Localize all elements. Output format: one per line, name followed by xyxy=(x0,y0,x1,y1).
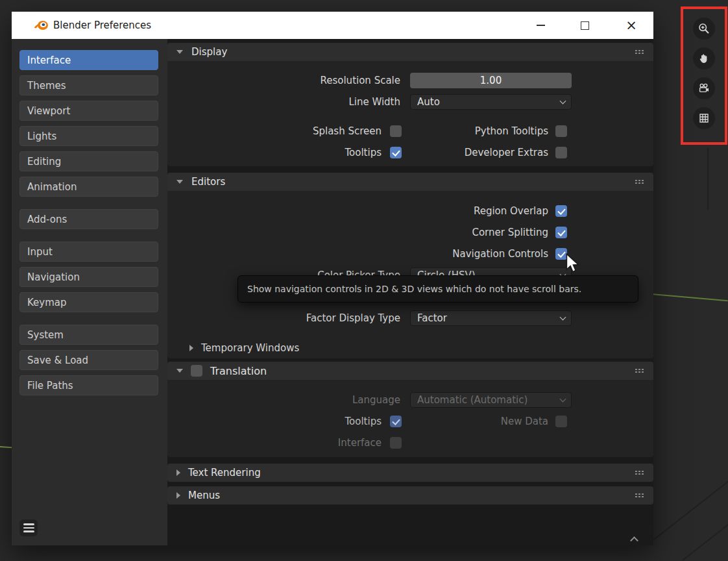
grid-gizmo-button[interactable] xyxy=(693,107,715,129)
translate-tooltips-checkbox[interactable] xyxy=(390,416,402,427)
section-title: Menus xyxy=(188,490,220,501)
sidebar-item-animation[interactable]: Animation xyxy=(19,177,158,197)
sidebar-item-viewport[interactable]: Viewport xyxy=(19,101,158,121)
subpanel-title: Temporary Windows xyxy=(201,342,299,354)
preferences-window: Blender Preferences × Interface Themes V… xyxy=(12,12,653,545)
expand-arrow-icon xyxy=(176,469,180,476)
factor-display-type-label: Factor Display Type xyxy=(167,312,400,324)
chevron-up-icon xyxy=(630,536,638,545)
panel-drag-handle-icon[interactable] xyxy=(635,470,645,475)
translate-interface-label: Interface xyxy=(167,437,382,449)
factor-display-type-dropdown[interactable]: Factor xyxy=(410,310,572,326)
sidebar-item-input[interactable]: Input xyxy=(19,242,158,262)
grid-icon xyxy=(698,112,710,125)
tooltip-text: Show navigation controls in 2D & 3D view… xyxy=(247,284,581,294)
close-icon: × xyxy=(625,19,637,32)
section-title: Display xyxy=(191,46,227,58)
expand-arrow-icon xyxy=(189,345,193,351)
sidebar-item-label: Lights xyxy=(27,131,56,142)
section-title: Translation xyxy=(210,365,267,377)
developer-extras-checkbox[interactable] xyxy=(555,147,567,158)
splash-screen-checkbox[interactable] xyxy=(390,125,402,137)
tooltips-label: Tooltips xyxy=(167,147,382,158)
expand-arrow-icon xyxy=(176,492,180,499)
window-titlebar[interactable]: Blender Preferences × xyxy=(12,12,653,39)
grid-line xyxy=(707,148,709,210)
sidebar-item-save-load[interactable]: Save & Load xyxy=(19,350,158,370)
collapse-arrow-icon xyxy=(176,180,183,184)
minimize-button[interactable] xyxy=(529,12,552,39)
sidebar-item-label: Animation xyxy=(27,181,77,193)
close-button[interactable]: × xyxy=(620,12,643,39)
panel-drag-handle-icon[interactable] xyxy=(635,49,645,55)
navigation-controls-label: Navigation Controls xyxy=(167,248,548,260)
maximize-button[interactable] xyxy=(573,12,596,39)
camera-icon xyxy=(698,82,710,95)
chevron-down-icon xyxy=(560,314,566,320)
resolution-scale-value: 1.00 xyxy=(480,75,502,86)
sidebar-item-lights[interactable]: Lights xyxy=(19,126,158,146)
pan-gizmo-button[interactable] xyxy=(693,47,715,69)
mouse-cursor-icon xyxy=(565,253,581,277)
sidebar-item-keymap[interactable]: Keymap xyxy=(19,292,158,312)
sidebar-item-interface[interactable]: Interface xyxy=(19,50,158,70)
language-dropdown[interactable]: Automatic (Automatic) xyxy=(410,392,572,408)
zoom-gizmo-button[interactable] xyxy=(693,18,715,40)
hand-icon xyxy=(698,52,710,65)
subpanel-temporary-windows[interactable]: Temporary Windows xyxy=(167,340,299,356)
scroll-up-button[interactable] xyxy=(626,534,642,544)
sidebar-item-file-paths[interactable]: File Paths xyxy=(19,375,158,395)
blender-3d-viewport-background: Blender Preferences × Interface Themes V… xyxy=(0,0,728,561)
factor-display-type-value: Factor xyxy=(417,312,447,324)
chevron-down-icon xyxy=(560,395,566,402)
axis-line-green-left xyxy=(0,446,12,448)
corner-splitting-checkbox[interactable] xyxy=(555,227,567,238)
annotation-highlight-box xyxy=(681,6,727,145)
line-width-value: Auto xyxy=(417,96,440,108)
developer-extras-label: Developer Extras xyxy=(402,147,548,158)
tooltip-popup: Show navigation controls in 2D & 3D view… xyxy=(237,275,638,303)
corner-splitting-label: Corner Splitting xyxy=(167,227,548,238)
sidebar-item-themes[interactable]: Themes xyxy=(19,75,158,95)
translate-interface-checkbox[interactable] xyxy=(390,437,402,449)
sidebar-item-editing[interactable]: Editing xyxy=(19,151,158,171)
camera-gizmo-button[interactable] xyxy=(693,77,715,99)
zoom-icon xyxy=(698,22,710,35)
python-tooltips-label: Python Tooltips xyxy=(402,125,548,137)
sidebar-item-navigation[interactable]: Navigation xyxy=(19,267,158,287)
section-header-editors[interactable]: Editors xyxy=(167,173,653,191)
panel-drag-handle-icon[interactable] xyxy=(635,493,645,498)
new-data-checkbox[interactable] xyxy=(555,416,567,427)
sidebar-item-label: Editing xyxy=(27,156,61,168)
section-header-display[interactable]: Display xyxy=(167,43,653,61)
sidebar-item-label: Themes xyxy=(27,80,66,92)
splash-screen-label: Splash Screen xyxy=(167,125,382,137)
resolution-scale-field[interactable]: 1.00 xyxy=(410,73,572,88)
collapse-arrow-icon xyxy=(176,369,183,373)
section-header-text-rendering[interactable]: Text Rendering xyxy=(167,464,653,482)
tooltips-checkbox[interactable] xyxy=(390,147,402,158)
resolution-scale-label: Resolution Scale xyxy=(167,75,400,86)
translation-enable-checkbox[interactable] xyxy=(191,365,202,377)
python-tooltips-checkbox[interactable] xyxy=(555,125,567,137)
sidebar-item-label: Navigation xyxy=(27,271,80,283)
window-title: Blender Preferences xyxy=(53,12,151,39)
panel-drag-handle-icon[interactable] xyxy=(635,368,645,373)
hamburger-menu-icon[interactable] xyxy=(19,519,38,536)
language-label: Language xyxy=(167,394,400,406)
sidebar-item-system[interactable]: System xyxy=(19,325,158,345)
panel-drag-handle-icon[interactable] xyxy=(635,179,645,184)
translate-tooltips-label: Tooltips xyxy=(167,416,382,427)
sidebar-item-label: Keymap xyxy=(27,297,67,308)
line-width-dropdown[interactable]: Auto xyxy=(410,94,572,110)
sidebar-item-addons[interactable]: Add-ons xyxy=(19,209,158,229)
section-header-translation[interactable]: Translation xyxy=(167,362,653,380)
sidebar-item-label: Save & Load xyxy=(27,355,88,366)
section-header-menus[interactable]: Menus xyxy=(167,486,653,505)
maximize-icon xyxy=(581,21,589,30)
preferences-content: Display Resolution Scale 1.00 Line Width… xyxy=(167,39,653,545)
sidebar-item-label: Add-ons xyxy=(27,214,67,225)
region-overlap-checkbox[interactable] xyxy=(555,205,567,217)
preferences-sidebar: Interface Themes Viewport Lights Editing… xyxy=(12,39,167,545)
section-title: Editors xyxy=(191,176,225,188)
